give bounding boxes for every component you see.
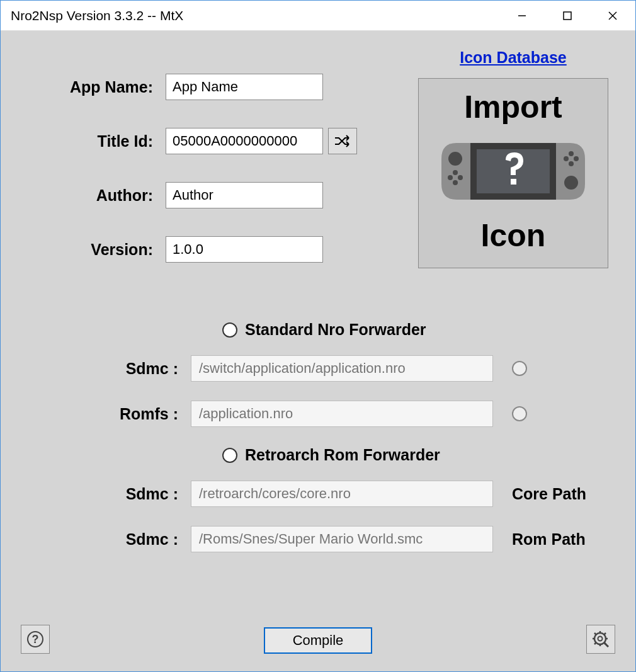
icon-column: Icon Database Import: [399, 48, 615, 268]
app-name-row: App Name:: [21, 74, 399, 100]
standard-forwarder-label: Standard Nro Forwarder: [245, 321, 426, 339]
maximize-icon: [562, 11, 572, 21]
title-id-input[interactable]: [166, 128, 323, 154]
window-title: Nro2Nsp Version 3.3.2 -- MtX: [11, 8, 499, 23]
svg-line-25: [594, 633, 596, 635]
retroarch-core-label: Sdmc :: [96, 485, 191, 503]
randomize-title-id-button[interactable]: [328, 128, 357, 154]
standard-romfs-label: Romfs :: [96, 405, 191, 423]
icon-database-link[interactable]: Icon Database: [460, 48, 567, 67]
top-row: App Name: Title Id: Author:: [21, 48, 615, 290]
svg-point-8: [453, 180, 458, 185]
minimize-icon: [517, 11, 527, 21]
window-controls: [499, 1, 635, 30]
standard-sdmc-label: Sdmc :: [96, 360, 191, 378]
svg-point-9: [564, 176, 578, 190]
import-icon-top-text: Import: [464, 89, 562, 125]
svg-point-5: [448, 175, 453, 180]
svg-point-20: [598, 637, 603, 641]
retroarch-core-row: Sdmc : Core Path: [96, 481, 615, 507]
author-input[interactable]: [166, 182, 323, 208]
compile-button[interactable]: Compile: [264, 627, 372, 654]
import-icon-button[interactable]: Import: [418, 78, 608, 268]
svg-point-7: [453, 170, 458, 175]
maximize-button[interactable]: [545, 1, 590, 30]
svg-text:?: ?: [32, 633, 39, 646]
switch-console-icon: [431, 134, 595, 209]
author-label: Author:: [21, 186, 166, 205]
forwarder-section: Standard Nro Forwarder Sdmc : Romfs : Re…: [21, 321, 615, 552]
standard-sdmc-radio[interactable]: [512, 361, 527, 376]
title-id-label: Title Id:: [21, 132, 166, 151]
settings-button[interactable]: [586, 625, 615, 654]
fields-column: App Name: Title Id: Author:: [21, 48, 399, 290]
standard-sdmc-input[interactable]: [191, 355, 493, 382]
svg-rect-16: [511, 179, 516, 185]
svg-line-28: [604, 633, 606, 635]
author-row: Author:: [21, 182, 399, 208]
retroarch-forwarder-label: Retroarch Rom Forwarder: [245, 446, 440, 464]
retroarch-rom-label: Sdmc :: [96, 530, 191, 549]
app-name-input[interactable]: [166, 74, 323, 100]
svg-rect-1: [564, 12, 571, 20]
bottom-bar: ? Compile: [21, 627, 615, 654]
retroarch-core-input[interactable]: [191, 481, 493, 507]
version-row: Version:: [21, 236, 399, 263]
svg-point-11: [574, 156, 579, 161]
svg-point-13: [569, 161, 574, 166]
titlebar: Nro2Nsp Version 3.3.2 -- MtX: [1, 1, 635, 31]
svg-line-29: [604, 642, 608, 647]
svg-point-10: [564, 156, 569, 161]
import-icon-bottom-text: Icon: [481, 217, 546, 254]
svg-line-27: [594, 642, 596, 644]
shuffle-icon: [332, 133, 353, 149]
standard-forwarder-radio-row: Standard Nro Forwarder: [222, 321, 615, 339]
standard-sdmc-row: Sdmc :: [96, 355, 615, 382]
retroarch-rom-input[interactable]: [191, 526, 493, 552]
version-label: Version:: [21, 241, 166, 259]
title-id-row: Title Id:: [21, 128, 399, 154]
svg-point-12: [569, 151, 574, 156]
close-icon: [608, 11, 618, 21]
client-area: App Name: Title Id: Author:: [1, 31, 635, 671]
minimize-button[interactable]: [499, 1, 545, 30]
app-name-label: App Name:: [21, 78, 166, 96]
standard-romfs-input[interactable]: [191, 401, 493, 427]
retroarch-forwarder-radio-row: Retroarch Rom Forwarder: [222, 446, 615, 464]
retroarch-forwarder-radio[interactable]: [222, 448, 237, 463]
svg-point-6: [458, 175, 463, 180]
retroarch-rom-row: Sdmc : Rom Path: [96, 526, 615, 552]
standard-romfs-row: Romfs :: [96, 401, 615, 427]
svg-point-4: [448, 152, 462, 166]
help-button[interactable]: ?: [21, 625, 50, 654]
version-input[interactable]: [166, 236, 323, 263]
core-path-label: Core Path: [512, 485, 586, 503]
help-icon: ?: [26, 630, 45, 649]
standard-romfs-radio[interactable]: [512, 406, 527, 421]
standard-forwarder-radio[interactable]: [222, 322, 237, 338]
app-window: Nro2Nsp Version 3.3.2 -- MtX App Name:: [0, 0, 636, 672]
rom-path-label: Rom Path: [512, 530, 586, 549]
gear-icon: [591, 630, 610, 649]
close-button[interactable]: [590, 1, 635, 30]
